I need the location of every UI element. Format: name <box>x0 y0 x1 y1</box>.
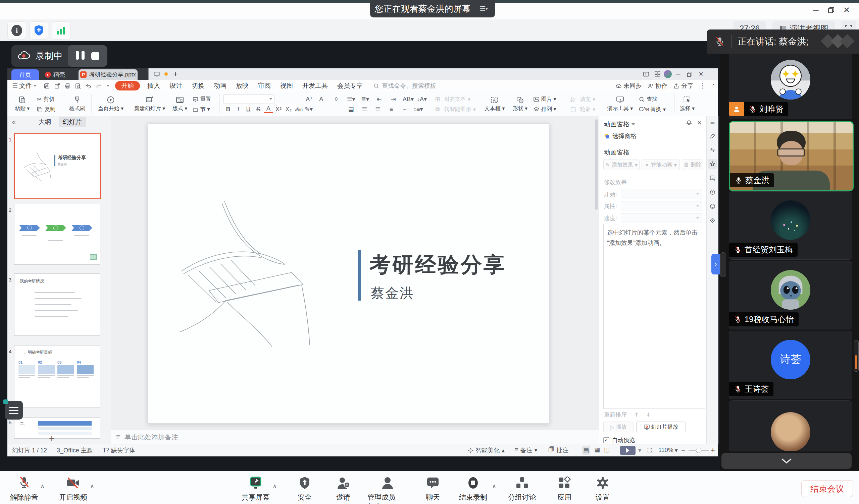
undo-icon[interactable] <box>86 83 91 89</box>
meeting-info-button[interactable]: i <box>7 21 26 40</box>
unmute-button[interactable]: 解除静音 <box>4 476 44 502</box>
strip-more-icon[interactable]: ⋯ <box>708 428 717 438</box>
highlight-button[interactable]: ✎▾ <box>304 106 313 113</box>
slide-author-text[interactable]: 蔡金洪 <box>371 284 414 302</box>
align-left-button[interactable]: ⬓ <box>346 106 356 113</box>
align-right-button[interactable]: ☰ <box>373 106 382 113</box>
present-tools-button[interactable]: 演示工具 ▾ <box>605 93 635 115</box>
print-preview-icon[interactable] <box>75 83 81 89</box>
ribbon-tab-devtools[interactable]: 开发工具 <box>298 80 333 92</box>
ribbon-tab-insert[interactable]: 插入 <box>142 80 165 92</box>
wps-close-button[interactable]: ✕ <box>696 69 706 79</box>
zoom-out-button[interactable]: − <box>681 446 685 455</box>
reorder-up-button[interactable]: ⬆ <box>634 411 638 418</box>
new-slide-button[interactable]: 新建幻灯片 ▾ <box>132 93 167 115</box>
find-button[interactable]: 查找 <box>639 95 657 104</box>
zoom-level-button[interactable]: 110% ▾ <box>658 447 678 454</box>
slide-thumbnail-1[interactable]: 考研经验分享 蔡金洪 <box>14 133 101 199</box>
font-color-button[interactable]: A <box>264 105 273 113</box>
subscript-button[interactable]: X₂ <box>284 106 293 113</box>
section-button[interactable]: 节 ▾ <box>193 105 210 114</box>
share-screen-button[interactable]: 共享屏幕 <box>236 476 276 502</box>
participants-scrollbar[interactable] <box>854 340 859 372</box>
ribbon-tab-view[interactable]: 视图 <box>275 80 298 92</box>
sidebar-resize-grip[interactable] <box>720 252 726 277</box>
auto-preview-checkbox[interactable]: ✓ <box>603 437 609 443</box>
new-tab-button[interactable]: + <box>170 69 181 79</box>
font-name-combobox[interactable] <box>224 95 274 104</box>
video-options-caret[interactable]: ∧ <box>90 483 94 490</box>
participant-tile-partial[interactable] <box>729 400 852 452</box>
layout-button[interactable]: 版式 ▾ <box>169 93 191 115</box>
settings-button[interactable]: 设置 <box>583 476 623 502</box>
theme-name[interactable]: 3_Office 主题 <box>57 446 93 454</box>
stop-recording-button[interactable] <box>91 52 99 60</box>
notes-bar[interactable]: 单击此处添加备注 <box>111 430 599 444</box>
ribbon-tab-slideshow[interactable]: 放映 <box>231 80 253 92</box>
picture-button[interactable]: 图片 ▾ <box>533 95 556 104</box>
apps-button[interactable]: 应用 <box>544 476 585 502</box>
network-quality-button[interactable] <box>52 21 71 40</box>
decrease-font-button[interactable]: A⁻ <box>318 95 328 103</box>
ribbon-tab-review[interactable]: 审阅 <box>253 80 275 92</box>
decrease-indent-button[interactable]: ⇤ <box>375 95 384 103</box>
wps-restore-button[interactable] <box>684 69 695 79</box>
slideshow-start-button[interactable] <box>620 446 635 455</box>
align-center-button[interactable]: ☰ <box>360 106 369 113</box>
collapse-panel-icon[interactable]: « <box>12 118 16 126</box>
slide-thumbnail-5[interactable]: 二、 <box>14 417 100 439</box>
account-avatar[interactable] <box>664 70 672 78</box>
reorder-down-button[interactable]: ⬇ <box>646 411 650 418</box>
manage-members-button[interactable]: 管理成员(65) <box>367 476 408 504</box>
floating-share-widget[interactable] <box>5 401 23 420</box>
distribute-button[interactable]: ⌸ <box>400 106 409 113</box>
slide-sorter-view-icon[interactable]: ▦ <box>594 446 600 455</box>
file-menu[interactable]: ☰ 文件 <box>7 80 41 92</box>
single-window-icon[interactable]: 1 <box>641 69 651 79</box>
share-options-caret[interactable]: ∧ <box>272 483 277 490</box>
pin-pane-icon[interactable] <box>686 120 692 127</box>
italic-button[interactable]: I <box>233 106 243 113</box>
watch-menu-icon[interactable]: ☰▾ <box>477 3 491 14</box>
tab-outline[interactable]: 大纲 <box>39 117 51 126</box>
arrange-button[interactable]: 排列 ▾ <box>533 105 556 114</box>
tab-slides[interactable]: 幻灯片 <box>59 116 86 127</box>
bullet-list-button[interactable]: ☰▾ <box>346 95 356 103</box>
ribbon-tab-animation[interactable]: 动画 <box>209 80 231 92</box>
mic-options-caret[interactable]: ∧ <box>40 483 45 490</box>
security-button[interactable]: 安全 <box>285 476 325 502</box>
line-spacing-button[interactable]: ↕≡▾ <box>413 106 423 113</box>
participant-tile[interactable]: 刘唯贤 <box>729 51 852 119</box>
zoom-slider-knob[interactable] <box>696 448 701 453</box>
quick-access-caret[interactable] <box>106 85 110 87</box>
textbox-button[interactable]: A 文本框 ▾ <box>482 93 507 115</box>
animation-pane-icon-active[interactable] <box>708 159 717 169</box>
ribbon-tab-design[interactable]: 设计 <box>165 80 187 92</box>
participant-tile[interactable]: 诗荟 王诗荟 <box>729 331 852 399</box>
participant-tile-speaking[interactable]: 蔡金洪 <box>729 121 854 191</box>
replace-button[interactable]: Cᴬʙ替换▾ <box>639 105 666 114</box>
to-smartart-button[interactable]: ⧉转智能图形▾ <box>433 105 476 114</box>
superscript-button[interactable]: X² <box>274 106 283 113</box>
record-options-caret[interactable]: ∧ <box>492 483 496 490</box>
underline-button[interactable]: U <box>244 106 253 113</box>
strip-grip-icon[interactable]: ═ <box>708 118 717 128</box>
help-icon[interactable]: ? <box>708 187 717 197</box>
current-slide[interactable]: 考研经验分享 蔡金洪 <box>148 123 549 424</box>
ribbon-tab-transition[interactable]: 切换 <box>187 80 209 92</box>
smart-animation-button[interactable]: ✦ 智能动画 ▾ <box>642 159 680 170</box>
play-from-page-button[interactable]: 当页开始 ▾ <box>95 93 126 115</box>
scroll-down-participants-button[interactable] <box>721 453 852 469</box>
ribbon-tab-member[interactable]: 会员专享 <box>333 80 367 92</box>
zoom-in-button[interactable]: + <box>711 446 715 455</box>
breakout-rooms-button[interactable]: 分组讨论 <box>502 476 542 502</box>
strikethrough-button[interactable]: S <box>254 106 263 113</box>
text-sort-button[interactable]: ↓A▾ <box>417 95 426 103</box>
redo-icon[interactable] <box>96 83 102 89</box>
pause-recording-button[interactable] <box>76 51 85 61</box>
format-painter-button[interactable]: 格式刷 <box>65 93 89 115</box>
participants-scrollbar-thumb[interactable] <box>855 355 857 369</box>
increase-font-button[interactable]: A⁺ <box>305 95 314 103</box>
properties-icon[interactable] <box>708 145 717 155</box>
slide-title-text[interactable]: 考研经验分享 <box>370 250 506 279</box>
